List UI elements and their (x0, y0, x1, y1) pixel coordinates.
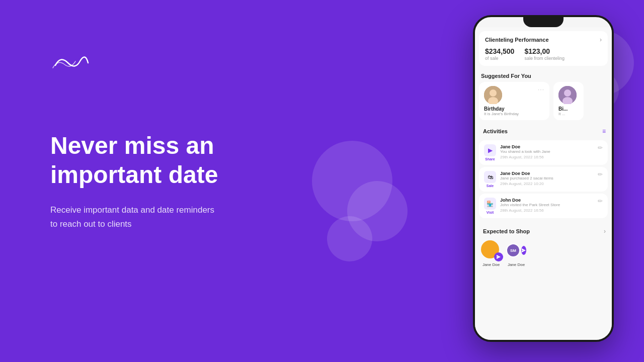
expected-avatar-1-label: SM (506, 243, 520, 257)
perf-stat-2: $123,00 sale from clienteling (524, 47, 565, 61)
expected-person-0: Jane Doe (481, 240, 501, 267)
activity-time-1: 29th August, 2022 10:20 (500, 182, 594, 186)
suggested-card-0[interactable]: ··· Birthday It is Jane's Birthday (479, 82, 549, 120)
suggested-title: Suggested For You (479, 70, 608, 82)
left-panel: Never miss an important date Receive imp… (50, 0, 327, 362)
edit-icon-2[interactable]: ✏ (598, 198, 603, 205)
headline-line1: Never miss an (50, 132, 214, 159)
activity-icon-1: 🛍 (484, 171, 496, 183)
suggested-card-1[interactable]: Bi... It ... (553, 82, 584, 120)
svg-point-1 (490, 89, 497, 97)
logo (50, 50, 91, 77)
suggested-card-0-title: Birthday (484, 106, 544, 112)
activity-info-1: Jane Doe Doe Jane purchased 2 sacai item… (500, 171, 594, 186)
edit-icon-1[interactable]: ✏ (598, 171, 603, 178)
activity-item-0[interactable]: ▶ Share Jane Doe You shared a look with … (479, 140, 608, 165)
activity-name-1: Jane Doe Doe (500, 171, 594, 176)
svg-point-4 (564, 89, 571, 97)
phone-screen: Clienteling Performance › $234,500 of sa… (475, 27, 612, 340)
svg-marker-6 (497, 255, 501, 259)
activity-time-0: 29th August, 2022 16:56 (500, 155, 594, 159)
suggested-card-0-desc: It is Jane's Birthday (484, 112, 544, 116)
expected-name-0: Jane Doe (482, 262, 500, 267)
phone-mockup: Clienteling Performance › $234,500 of sa… (473, 15, 614, 342)
expected-name-1: Jane Doe (508, 262, 525, 267)
logo-icon (50, 50, 91, 75)
suggested-avatar-0 (484, 86, 502, 104)
suggested-card-1-desc: It ... (558, 112, 579, 116)
activity-desc-0: You shared a look with Jane (500, 149, 594, 154)
activity-time-2: 28th August, 2022 16:56 (500, 208, 594, 213)
activities-title: Activities (481, 125, 510, 137)
activity-name-0: Jane Doe (500, 144, 594, 149)
suggested-card-0-menu[interactable]: ··· (538, 86, 544, 93)
expected-title: Expected to Shop (481, 225, 532, 237)
subtext-line2: to reach out to clients (50, 217, 327, 231)
suggested-avatar-1 (558, 86, 577, 104)
activities-section: Activities ≡ ▶ Share Jane Doe You shared… (475, 122, 612, 222)
headline-line2: important date (50, 161, 218, 188)
perf-chevron[interactable]: › (600, 36, 602, 43)
activity-info-2: John Doe John visited the Park Street St… (500, 198, 594, 213)
activity-desc-1: Jane purchased 2 sacai items (500, 176, 594, 180)
expected-person-1: SM Jane Doe (506, 240, 526, 267)
send-btn-1[interactable] (521, 246, 526, 255)
activity-icon-2: 🏪 (484, 198, 496, 210)
perf-title: Clienteling Performance (485, 37, 549, 43)
bg-blob-3 (327, 216, 372, 261)
clienteling-performance-section: Clienteling Performance › $234,500 of sa… (479, 31, 608, 66)
expected-section: Expected to Shop › Jane Doe (475, 222, 612, 269)
activity-tag-0: Share (485, 157, 495, 161)
perf-stat1-label: of sale (485, 56, 514, 61)
perf-stat1-value: $234,500 (485, 47, 514, 55)
svg-marker-7 (522, 248, 526, 252)
perf-stat-1: $234,500 of sale (485, 47, 514, 61)
expected-chevron[interactable]: › (604, 228, 606, 235)
phone-notch (523, 17, 564, 27)
headline: Never miss an important date Receive imp… (50, 131, 327, 231)
filter-icon[interactable]: ≡ (602, 128, 606, 135)
subtext-line1: Receive important data and date reminder… (50, 203, 327, 217)
activity-tag-1: Sale (487, 184, 494, 188)
send-btn-0[interactable] (494, 252, 503, 261)
edit-icon-0[interactable]: ✏ (598, 144, 603, 151)
activity-info-0: Jane Doe You shared a look with Jane 29t… (500, 144, 594, 159)
suggested-section: Suggested For You ··· Birthday It is Jan (475, 70, 612, 122)
activity-tag-2: Visit (487, 211, 494, 214)
perf-stat2-value: $123,00 (524, 47, 565, 55)
suggested-card-1-title: Bi... (558, 106, 579, 112)
activity-desc-2: John visited the Park Street Store (500, 203, 594, 207)
activity-item-2[interactable]: 🏪 Visit John Doe John visited the Park S… (479, 194, 608, 218)
perf-stat2-label: sale from clienteling (524, 56, 565, 61)
phone-body: Clienteling Performance › $234,500 of sa… (473, 15, 614, 342)
activity-name-2: John Doe (500, 198, 594, 203)
activity-icon-0: ▶ (484, 144, 496, 156)
activity-item-1[interactable]: 🛍 Sale Jane Doe Doe Jane purchased 2 sac… (479, 167, 608, 192)
